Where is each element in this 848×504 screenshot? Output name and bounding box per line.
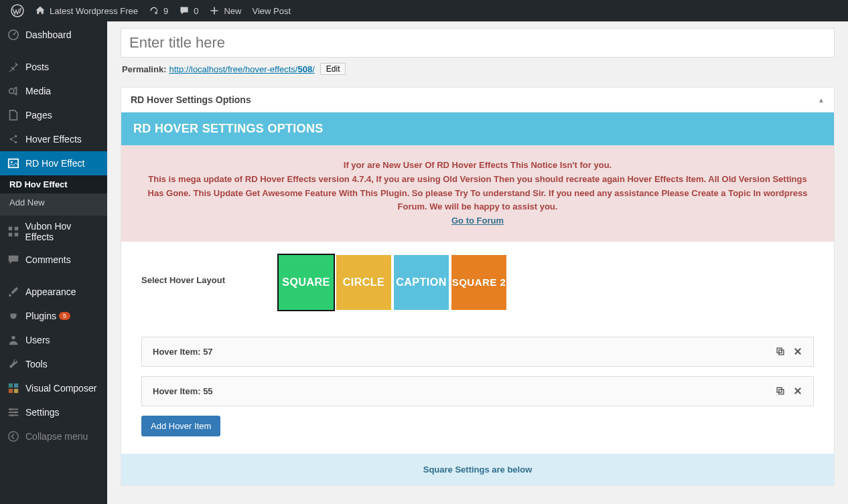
new-label: New bbox=[224, 6, 241, 16]
sidebar-item-tools[interactable]: Tools bbox=[0, 352, 107, 376]
dashboard-icon bbox=[7, 28, 20, 41]
page-icon bbox=[7, 108, 20, 122]
svg-point-17 bbox=[10, 408, 13, 411]
layout-section: Select Hover Layout SQUARE CIRCLE CAPTIO… bbox=[121, 242, 834, 323]
svg-point-20 bbox=[9, 432, 18, 441]
sidebar-item-plugins[interactable]: Plugins 5 bbox=[0, 304, 107, 328]
sidebar-item-label: Posts bbox=[25, 62, 49, 72]
user-icon bbox=[7, 333, 20, 347]
grid-icon bbox=[7, 225, 20, 238]
go-to-forum-link[interactable]: Go to Forum bbox=[451, 216, 504, 226]
svg-rect-8 bbox=[9, 227, 12, 230]
sidebar-item-label: Users bbox=[25, 335, 50, 345]
svg-point-7 bbox=[11, 161, 13, 163]
sidebar-item-label: Hover Effects bbox=[25, 134, 82, 145]
metabox-title: RD Hover Settings Options bbox=[131, 94, 251, 105]
sidebar-subitem-add-new[interactable]: Add New bbox=[0, 193, 107, 212]
layout-option-square2[interactable]: SQUARE 2 bbox=[451, 255, 506, 310]
update-count: 9 bbox=[163, 6, 168, 16]
notice-line: This is mega update of RD Hover Effects … bbox=[141, 173, 814, 214]
svg-rect-13 bbox=[9, 384, 13, 388]
wp-logo[interactable] bbox=[5, 0, 29, 21]
svg-rect-14 bbox=[14, 384, 18, 388]
media-icon bbox=[7, 84, 20, 98]
brush-icon bbox=[7, 285, 20, 299]
update-notice: If yor are New User Of RD Hover Effects … bbox=[121, 145, 834, 242]
svg-point-18 bbox=[15, 411, 17, 414]
svg-rect-6 bbox=[9, 159, 18, 168]
view-post-link[interactable]: View Post bbox=[246, 0, 296, 21]
wordpress-icon bbox=[11, 4, 24, 17]
svg-rect-16 bbox=[14, 389, 18, 393]
copy-icon[interactable] bbox=[776, 347, 785, 356]
pin-icon bbox=[7, 60, 20, 74]
hover-item-label: Hover Item: 55 bbox=[153, 386, 213, 396]
svg-rect-10 bbox=[9, 233, 12, 236]
sidebar-item-media[interactable]: Media bbox=[0, 79, 107, 103]
layout-option-square[interactable]: SQUARE bbox=[279, 255, 334, 310]
permalink-link[interactable]: http://localhost/free/hover-effects/508/ bbox=[169, 64, 314, 74]
new-content-link[interactable]: New bbox=[204, 0, 246, 21]
sidebar-item-label: Collapse menu bbox=[25, 431, 88, 442]
sidebar-item-label: Vubon Hov Effects bbox=[25, 221, 100, 242]
post-title-input[interactable] bbox=[121, 28, 835, 58]
sidebar-item-posts[interactable]: Posts bbox=[0, 55, 107, 79]
view-post-label: View Post bbox=[252, 6, 291, 16]
comment-icon bbox=[179, 5, 190, 16]
svg-point-12 bbox=[11, 336, 15, 339]
collapse-icon bbox=[7, 430, 20, 443]
plug-icon bbox=[7, 309, 20, 323]
sidebar-item-visual-composer[interactable]: Visual Composer bbox=[0, 376, 107, 400]
copy-icon[interactable] bbox=[776, 386, 785, 396]
sidebar-item-label: Media bbox=[25, 86, 51, 96]
image-icon bbox=[7, 157, 20, 170]
settings-banner: RD HOVER SETTINGS OPTIONS bbox=[121, 112, 834, 145]
sidebar-item-label: Plugins bbox=[25, 311, 56, 321]
admin-sidebar: Dashboard Posts Media Pages Hover Effect… bbox=[0, 21, 107, 486]
sidebar-item-vubon[interactable]: Vubon Hov Effects bbox=[0, 216, 107, 248]
svg-point-19 bbox=[11, 414, 13, 417]
sidebar-item-dashboard[interactable]: Dashboard bbox=[0, 21, 107, 47]
sidebar-item-label: Dashboard bbox=[25, 29, 72, 40]
svg-point-2 bbox=[9, 88, 14, 93]
admin-bar: Latest Wordpress Free 9 0 New View Post bbox=[0, 0, 848, 21]
permalink-label: Permalink: bbox=[122, 64, 166, 74]
svg-rect-11 bbox=[15, 233, 18, 236]
comments-link[interactable]: 0 bbox=[173, 0, 204, 21]
add-hover-item-button[interactable]: Add Hover Item bbox=[141, 416, 220, 436]
sidebar-item-label: RD Hov Effect bbox=[25, 158, 84, 169]
site-name: Latest Wordpress Free bbox=[50, 6, 138, 16]
sidebar-item-pages[interactable]: Pages bbox=[0, 103, 107, 127]
sidebar-item-appearance[interactable]: Appearance bbox=[0, 280, 107, 304]
hover-item-row[interactable]: Hover Item: 55 bbox=[141, 376, 814, 406]
layout-option-circle[interactable]: CIRCLE bbox=[336, 255, 391, 310]
close-icon[interactable] bbox=[793, 386, 802, 396]
close-icon[interactable] bbox=[793, 347, 802, 356]
vc-icon bbox=[7, 382, 20, 395]
layout-choices: SQUARE CIRCLE CAPTION SQUARE 2 bbox=[279, 255, 506, 310]
sidebar-item-settings[interactable]: Settings bbox=[0, 400, 107, 424]
share-icon bbox=[7, 133, 20, 146]
sidebar-item-collapse[interactable]: Collapse menu bbox=[0, 424, 107, 448]
sidebar-item-users[interactable]: Users bbox=[0, 328, 107, 352]
sidebar-item-label: Tools bbox=[25, 359, 48, 369]
sidebar-item-label: Appearance bbox=[25, 286, 76, 297]
comment-count: 0 bbox=[194, 6, 198, 16]
updates-link[interactable]: 9 bbox=[143, 0, 173, 21]
permalink-row: Permalink: http://localhost/free/hover-e… bbox=[121, 58, 835, 80]
rd-hover-metabox: RD Hover Settings Options ▲ RD HOVER SET… bbox=[121, 87, 835, 486]
layout-option-caption[interactable]: CAPTION bbox=[394, 255, 449, 310]
sidebar-subitem-rd-hov-effect[interactable]: RD Hov Effect bbox=[0, 175, 107, 193]
edit-permalink-button[interactable]: Edit bbox=[320, 63, 346, 75]
site-name-link[interactable]: Latest Wordpress Free bbox=[29, 0, 143, 21]
wrench-icon bbox=[7, 357, 20, 371]
sidebar-item-comments[interactable]: Comments bbox=[0, 248, 107, 272]
hover-item-row[interactable]: Hover Item: 57 bbox=[141, 337, 814, 367]
square-settings-banner: Square Settings are below bbox=[121, 454, 834, 485]
sidebar-item-hover-effects[interactable]: Hover Effects bbox=[0, 127, 107, 151]
home-icon bbox=[35, 5, 46, 16]
hover-items-section: Hover Item: 57 Hover Item: 55 Add Hover … bbox=[121, 323, 834, 450]
sidebar-item-rd-hov-effect[interactable]: RD Hov Effect bbox=[0, 151, 107, 175]
comment-icon bbox=[7, 253, 20, 266]
metabox-header[interactable]: RD Hover Settings Options ▲ bbox=[121, 88, 834, 112]
